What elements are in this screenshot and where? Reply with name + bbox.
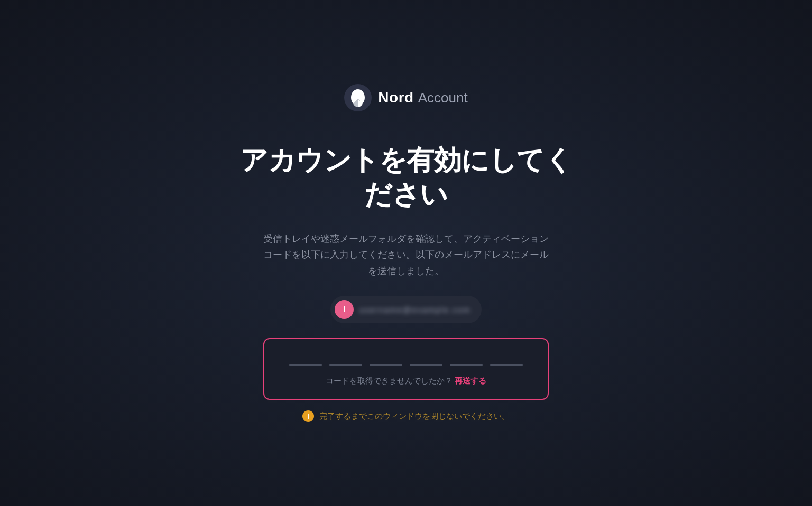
- avatar: l: [335, 300, 354, 319]
- header: Nord Account: [344, 84, 467, 111]
- resend-container: コードを取得できませんでしたか？ 再送する: [326, 376, 486, 386]
- info-icon: i: [302, 410, 314, 422]
- info-notice: i 完了するまでこのウィンドウを閉じないでください。: [302, 410, 510, 422]
- code-field-4: [410, 364, 442, 366]
- email-badge: l username@example.com: [330, 296, 481, 323]
- avatar-initial: l: [343, 305, 345, 314]
- code-input-box[interactable]: コードを取得できませんでしたか？ 再送する: [263, 338, 549, 400]
- brand-nord: Nord: [378, 89, 413, 106]
- info-text: 完了するまでこのウィンドウを閉じないでください。: [319, 411, 510, 421]
- email-display: username@example.com: [359, 305, 470, 314]
- resend-prompt: コードを取得できませんでしたか？: [326, 376, 453, 385]
- code-field-3: [370, 364, 402, 366]
- brand-account: Account: [418, 90, 468, 106]
- code-field-2: [329, 364, 362, 366]
- code-fields: [289, 364, 523, 366]
- nord-logo-icon: [344, 84, 372, 111]
- page-title: アカウントを有効にしてください: [240, 143, 572, 212]
- description-text: 受信トレイや迷惑メールフォルダを確認して、アクティベーションコードを以下に入力し…: [263, 231, 549, 279]
- code-field-6: [490, 364, 523, 366]
- resend-button[interactable]: 再送する: [455, 376, 486, 385]
- code-field-1: [289, 364, 322, 366]
- brand: Nord Account: [378, 89, 467, 106]
- main-content: Nord Account アカウントを有効にしてください 受信トレイや迷惑メール…: [179, 63, 633, 444]
- code-field-5: [450, 364, 483, 366]
